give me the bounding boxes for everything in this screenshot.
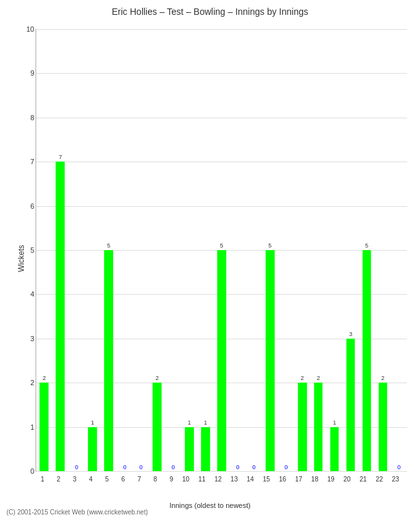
- bar: [379, 383, 388, 471]
- gridline: [36, 471, 407, 472]
- bar-zero-label: 0: [169, 464, 178, 470]
- bar-group: 72: [56, 29, 65, 471]
- y-axis-label: Wickets: [17, 245, 26, 272]
- y-tick-label: 0: [30, 467, 34, 475]
- bar-value-label: 2: [314, 375, 323, 381]
- bar-group: 515: [266, 29, 275, 471]
- bar: [152, 383, 162, 471]
- bar-value-label: 5: [104, 242, 113, 249]
- y-tick-label: 7: [30, 158, 34, 165]
- bar: [362, 250, 372, 471]
- copyright: (C) 2001-2015 Cricket Web (www.cricketwe…: [6, 509, 148, 516]
- bar: [88, 427, 97, 471]
- bar-zero-label: 0: [249, 464, 258, 470]
- bar-group: 14: [88, 29, 97, 471]
- bar: [314, 383, 323, 471]
- x-tick-label: 11: [198, 476, 205, 483]
- bar: [40, 383, 49, 471]
- bar-value-label: 2: [379, 375, 388, 381]
- bar-value-label: 1: [185, 419, 194, 426]
- bar: [266, 250, 275, 471]
- bar: [185, 427, 194, 471]
- bar-group: 111: [201, 29, 210, 471]
- x-tick-label: 19: [328, 476, 335, 483]
- bar: [56, 162, 65, 471]
- x-tick-label: 4: [89, 476, 93, 483]
- bar-value-label: 3: [346, 331, 355, 337]
- bar-value-label: 1: [330, 419, 339, 426]
- bar-value-label: 5: [217, 242, 226, 249]
- bar: [298, 383, 307, 471]
- x-tick-label: 13: [231, 476, 238, 483]
- bar: [330, 427, 339, 471]
- bar-group: 119: [330, 29, 339, 471]
- bar-zero-label: 0: [395, 464, 404, 470]
- bar-value-label: 1: [88, 419, 97, 426]
- bar-group: 023: [395, 29, 404, 471]
- chart-title: Eric Hollies – Test – Bowling – Innings …: [0, 6, 420, 17]
- bar-group: 222: [379, 29, 388, 471]
- bar-group: 016: [282, 29, 291, 471]
- bar: [104, 250, 113, 471]
- y-tick-label: 2: [30, 379, 34, 386]
- bar-group: 521: [362, 29, 372, 471]
- bar-value-label: 1: [201, 419, 210, 426]
- y-tick-label: 5: [30, 246, 34, 254]
- bar-group: 09: [169, 29, 178, 471]
- x-tick-label: 15: [263, 476, 270, 483]
- bar-value-label: 5: [362, 242, 372, 249]
- x-tick-label: 9: [170, 476, 174, 483]
- bar-value-label: 7: [56, 154, 65, 160]
- bar-value-label: 5: [266, 242, 275, 249]
- x-tick-label: 20: [344, 476, 351, 483]
- bar-group: 217: [298, 29, 307, 471]
- bar-group: 512: [217, 29, 226, 471]
- x-tick-label: 12: [215, 476, 222, 483]
- bar-zero-label: 0: [120, 464, 129, 470]
- y-tick-label: 4: [30, 290, 34, 298]
- x-tick-label: 14: [247, 476, 254, 483]
- bar-group: 110: [185, 29, 194, 471]
- y-tick-label: 9: [30, 69, 34, 77]
- bar-zero-label: 0: [72, 464, 81, 470]
- x-tick-label: 18: [311, 476, 319, 483]
- x-tick-label: 6: [121, 476, 125, 483]
- bar-value-label: 2: [298, 375, 307, 381]
- x-tick-label: 5: [105, 476, 109, 483]
- bar: [217, 250, 226, 471]
- y-tick-label: 10: [26, 25, 34, 33]
- bar-value-label: 2: [152, 375, 162, 381]
- y-tick-label: 3: [30, 335, 34, 343]
- bar-group: 21: [40, 29, 49, 471]
- x-tick-label: 17: [295, 476, 302, 483]
- bar-group: 07: [136, 29, 145, 471]
- x-tick-label: 23: [392, 476, 399, 483]
- bar-group: 014: [249, 29, 258, 471]
- y-tick-label: 6: [30, 202, 34, 210]
- chart-area: 0123456789102172031455060728091101115120…: [36, 29, 407, 472]
- x-tick-label: 3: [73, 476, 77, 483]
- bar-group: 06: [120, 29, 129, 471]
- x-tick-label: 21: [359, 476, 366, 483]
- y-tick-label: 1: [30, 423, 34, 431]
- x-tick-label: 10: [182, 476, 189, 483]
- y-tick-label: 8: [30, 114, 34, 121]
- bar-value-label: 2: [40, 375, 49, 381]
- x-tick-label: 1: [41, 476, 45, 483]
- x-tick-label: 22: [375, 476, 383, 483]
- bar-group: 55: [104, 29, 113, 471]
- bar: [201, 427, 210, 471]
- bar: [346, 339, 355, 471]
- bar-zero-label: 0: [136, 464, 145, 470]
- bar-group: 218: [314, 29, 323, 471]
- bar-group: 320: [346, 29, 355, 471]
- chart-container: Eric Hollies – Test – Bowling – Innings …: [0, 0, 420, 517]
- bar-group: 013: [233, 29, 242, 471]
- x-tick-label: 8: [154, 476, 158, 483]
- bar-zero-label: 0: [233, 464, 242, 470]
- x-tick-label: 2: [57, 476, 61, 483]
- x-tick-label: 16: [279, 476, 286, 483]
- x-tick-label: 7: [138, 476, 142, 483]
- bar-group: 03: [72, 29, 81, 471]
- bar-zero-label: 0: [282, 464, 291, 470]
